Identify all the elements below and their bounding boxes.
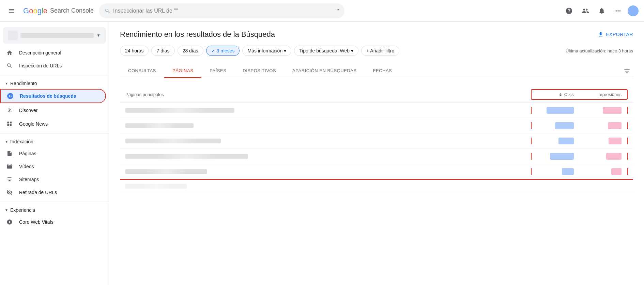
column-header-pages: Páginas principales [125,92,531,97]
help-button[interactable] [562,4,576,18]
app-container: Google Search Console " [0,0,644,285]
dropdown-arrow: ▾ [351,48,353,53]
url-skeleton [125,108,234,113]
pages-icon [5,151,14,157]
tab-paises[interactable]: PAÍSES [201,64,234,78]
google-logo: Google [23,6,47,15]
mas-info-label: Más información [247,48,282,53]
search-bar: " [99,3,344,18]
search-quote: " [337,8,339,14]
svg-rect-2 [7,124,9,126]
filter-28d[interactable]: 28 días [178,46,203,56]
avatar[interactable] [628,5,639,16]
table-cell-page [125,139,531,143]
sidebar-item-discover[interactable]: ✳ Discover [0,103,106,117]
dropdown-arrow: ▾ [284,48,286,53]
table-cell-page [125,108,531,113]
clics-bar [550,153,574,160]
table-cell-clics [532,168,579,175]
column-header-impressions: Impresiones [579,90,627,99]
apps-button[interactable] [611,4,625,18]
sidebar-item-resultados-busqueda[interactable]: G Resultados de búsqueda [1,90,105,102]
table-cell-impressions [579,122,627,129]
table-cell-impressions [579,107,627,114]
sidebar-item-label: Retirada de URLs [19,190,57,195]
impressions-bar [609,138,622,144]
add-filter-label: + Añadir filtro [366,48,394,53]
menu-icon[interactable] [5,5,18,17]
table-cell-impressions [579,138,627,144]
tab-dispositivos[interactable]: DISPOSITIVOS [234,64,284,78]
table-row[interactable] [120,103,633,118]
sidebar-item-retirada-urls[interactable]: Retirada de URLs [0,186,106,199]
divider [0,202,109,202]
add-filter-button[interactable]: + Añadir filtro [361,46,399,56]
table-row[interactable] [120,149,633,164]
sidebar: ▼ Descripción general Inspección de URLs… [0,22,109,285]
filter-3m[interactable]: ✓ 3 meses [206,46,240,56]
property-icon [8,31,18,40]
section-title-indexacion: Indexación [10,139,33,144]
url-skeleton [125,139,221,143]
chevron-down-icon: ▾ [5,81,7,86]
export-button[interactable]: EXPORTAR [598,31,633,37]
clics-bar [562,168,574,175]
notifications-button[interactable] [595,4,609,18]
filter-7d[interactable]: 7 días [151,46,174,56]
top-bar: Google Search Console " [0,0,644,22]
filter-search-type[interactable]: Tipo de búsqueda: Web ▾ [294,46,358,56]
video-icon [5,163,14,170]
impressions-bar [611,168,622,175]
section-indexacion[interactable]: ▾ Indexación [0,136,109,147]
url-skeleton [125,123,194,128]
tab-aparicion[interactable]: APARICIÓN EN BÚSQUEDAS [284,64,365,78]
sidebar-item-core-web-vitals[interactable]: Core Web Vitals [0,216,106,228]
active-item-wrapper: G Resultados de búsqueda [0,89,106,103]
tab-fechas[interactable]: FECHAS [365,64,400,78]
top-icons [562,4,639,18]
filter-bar: 24 horas 7 días 28 días ✓ 3 meses Más in… [120,46,633,56]
sidebar-item-label: Descripción general [19,50,61,56]
table-row[interactable] [120,180,633,193]
sidebar-item-paginas[interactable]: Páginas [0,147,106,160]
table-cell-impressions [579,153,627,160]
search-input[interactable] [113,8,335,14]
sidebar-item-label: Core Web Vitals [19,219,53,225]
table-row[interactable] [120,164,633,180]
search-type-label: Tipo de búsqueda: Web [299,48,350,53]
sidebar-item-videos[interactable]: Vídeos [0,160,106,173]
svg-rect-3 [10,124,12,126]
chevron-down-icon: ▾ [5,139,7,144]
last-update: Última actualización: hace 3 horas [566,48,633,53]
table-cell-clics [532,122,579,129]
table-cell-clics [532,138,579,144]
section-title-experiencia: Experiencia [10,207,35,213]
sidebar-item-sitemaps[interactable]: Sitemaps [0,173,106,186]
divider [0,133,109,133]
logo-area: Google Search Console [23,6,94,15]
table-row[interactable] [120,133,633,149]
sidebar-item-inspeccion[interactable]: Inspección de URLs [0,59,106,72]
table-row[interactable] [120,118,633,133]
main-layout: ▼ Descripción general Inspección de URLs… [0,22,644,285]
impressions-bar [603,107,622,114]
property-name [20,33,94,38]
sidebar-item-google-news[interactable]: Google News [0,117,106,130]
property-dropdown-arrow: ▼ [96,33,101,38]
tab-consultas[interactable]: CONSULTAS [120,64,164,78]
filter-24h[interactable]: 24 horas [120,46,149,56]
search-icon [5,63,14,69]
download-icon [598,31,604,37]
section-experiencia[interactable]: ▾ Experiencia [0,205,109,216]
sidebar-item-label: Discover [19,108,37,113]
property-selector[interactable]: ▼ [3,27,106,44]
impressions-bar [608,122,622,129]
tab-paginas[interactable]: PÁGINAS [164,64,201,78]
users-button[interactable] [579,4,592,18]
sidebar-item-descripcion[interactable]: Descripción general [0,46,106,59]
impressions-bar [606,153,622,160]
section-rendimiento[interactable]: ▾ Rendimiento [0,78,109,89]
filter-list-icon[interactable] [624,68,630,75]
table-cell-clics [532,153,579,160]
filter-mas-info[interactable]: Más información ▾ [242,46,291,56]
